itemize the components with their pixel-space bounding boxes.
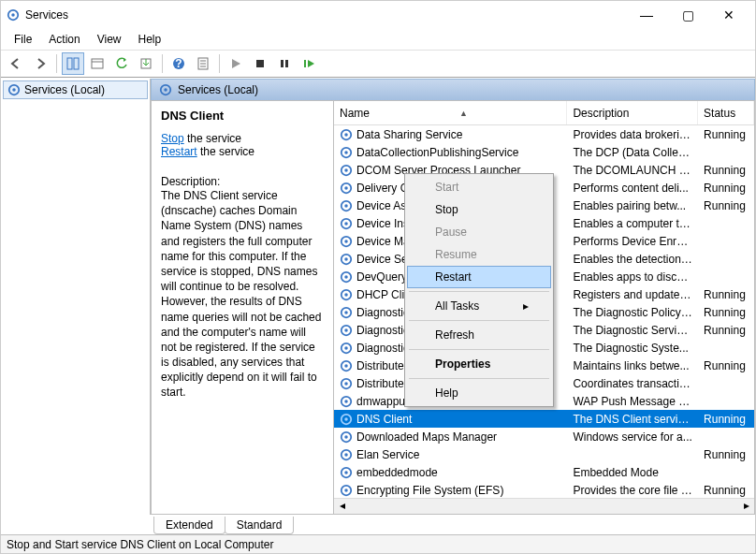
service-name: Diagnostic <box>356 324 409 337</box>
service-name: DataCollectionPublishingService <box>356 146 518 159</box>
gear-icon <box>340 306 353 319</box>
gear-icon <box>340 128 353 141</box>
svg-point-30 <box>344 204 348 208</box>
service-desc: The Diagnostic Syste... <box>567 342 698 355</box>
service-name: DNS Client <box>356 413 412 426</box>
menu-view[interactable]: View <box>90 31 129 48</box>
menu-file[interactable]: File <box>7 31 39 48</box>
selected-service-name: DNS Client <box>161 109 324 123</box>
properties-button[interactable] <box>192 52 214 75</box>
svg-point-22 <box>344 133 348 137</box>
svg-point-40 <box>344 293 348 297</box>
gear-icon <box>340 217 353 230</box>
stop-service-button[interactable] <box>249 52 271 75</box>
ctx-properties[interactable]: Properties <box>407 353 551 375</box>
help-button[interactable]: ? <box>167 52 190 75</box>
service-name: Elan Service <box>356 448 419 461</box>
svg-rect-15 <box>285 60 288 67</box>
table-row[interactable]: embeddedmodeEmbedded Mode <box>334 463 754 481</box>
menu-help[interactable]: Help <box>131 31 169 48</box>
service-desc: Coordinates transactio... <box>567 377 698 390</box>
table-row[interactable]: Data Sharing ServiceProvides data broker… <box>334 125 754 143</box>
description-label: Description: <box>161 175 324 188</box>
service-desc: The Diagnostic Policy ... <box>567 306 698 319</box>
detail-pane: DNS Client Stop the service Restart the … <box>152 101 334 514</box>
gear-icon <box>340 359 353 372</box>
ctx-resume: Resume <box>407 243 551 266</box>
export-list-button[interactable] <box>86 52 109 75</box>
pause-service-button[interactable] <box>273 52 296 75</box>
table-row[interactable]: Elan ServiceRunning <box>334 445 754 463</box>
service-desc: Windows service for a... <box>567 430 698 444</box>
view-tabs: Extended Standard <box>1 514 755 534</box>
svg-point-20 <box>164 88 167 92</box>
tab-extended[interactable]: Extended <box>153 517 225 534</box>
restart-link[interactable]: Restart <box>161 145 197 158</box>
ctx-stop[interactable]: Stop <box>407 198 551 221</box>
restart-service-button[interactable] <box>298 52 320 75</box>
stop-link[interactable]: Stop <box>161 132 184 145</box>
service-desc: Enables pairing betw... <box>567 199 698 212</box>
svg-point-32 <box>344 222 348 226</box>
minimize-button[interactable]: — <box>626 1 667 29</box>
toolbar: ? <box>1 50 755 78</box>
gear-icon <box>159 83 172 96</box>
ctx-help[interactable]: Help <box>407 382 551 404</box>
svg-point-28 <box>344 186 348 190</box>
list-header: Name▲ Description Status <box>334 101 754 125</box>
gear-icon <box>7 83 21 96</box>
svg-rect-13 <box>256 60 264 67</box>
svg-point-48 <box>344 364 348 368</box>
refresh-button[interactable] <box>110 52 133 75</box>
svg-point-34 <box>344 240 348 243</box>
gear-icon <box>340 342 353 355</box>
table-row[interactable]: DataCollectionPublishingServiceThe DCP (… <box>334 143 754 161</box>
export-button[interactable] <box>135 52 157 75</box>
menu-action[interactable]: Action <box>41 31 87 48</box>
close-button[interactable]: ✕ <box>708 1 749 29</box>
tab-standard[interactable]: Standard <box>225 517 295 534</box>
start-service-button[interactable] <box>225 52 247 75</box>
svg-text:?: ? <box>175 57 182 70</box>
table-row[interactable]: Downloaded Maps ManagerWindows service f… <box>334 428 754 445</box>
horizontal-scrollbar[interactable]: ◂▸ <box>334 498 754 514</box>
gear-icon <box>340 466 353 479</box>
gear-icon <box>340 430 353 444</box>
titlebar: Services — ▢ ✕ <box>1 1 755 29</box>
column-status[interactable]: Status <box>698 101 754 124</box>
maximize-button[interactable]: ▢ <box>667 1 708 29</box>
service-name: Device Set <box>356 253 411 266</box>
svg-point-62 <box>344 488 348 492</box>
panel-header: Services (Local) <box>151 79 755 100</box>
forward-button[interactable] <box>29 52 51 75</box>
ctx-refresh[interactable]: Refresh <box>407 324 551 346</box>
service-desc: Enables the detection, ... <box>567 253 698 266</box>
svg-point-46 <box>344 346 348 350</box>
column-name[interactable]: Name▲ <box>334 101 567 124</box>
svg-point-38 <box>344 275 348 279</box>
service-desc: The DCOMLAUNCH s... <box>567 164 698 177</box>
gear-icon <box>340 199 353 212</box>
status-text: Stop and Start service DNS Client on Loc… <box>7 538 273 551</box>
table-row[interactable]: DNS ClientThe DNS Client service...Runni… <box>334 410 754 428</box>
show-hide-tree-button[interactable] <box>62 52 84 75</box>
service-status: Running <box>698 164 754 177</box>
svg-point-52 <box>344 400 348 403</box>
service-desc: The Diagnostic Service... <box>567 324 698 337</box>
service-status: Running <box>698 306 754 319</box>
back-button[interactable] <box>5 52 27 75</box>
ctx-all-tasks[interactable]: All Tasks▸ <box>407 295 551 317</box>
service-name: DHCP Clie <box>356 288 411 301</box>
tree-item-label: Services (Local) <box>24 83 105 96</box>
service-status: Running <box>698 288 754 301</box>
service-name: DevQuery <box>356 270 407 284</box>
svg-point-54 <box>344 417 348 421</box>
ctx-pause: Pause <box>407 221 551 243</box>
tree-panel: Services (Local) <box>1 79 151 515</box>
svg-rect-2 <box>67 58 72 69</box>
ctx-restart[interactable]: Restart <box>407 266 551 288</box>
column-description[interactable]: Description <box>567 101 698 124</box>
tree-item-services-local[interactable]: Services (Local) <box>3 80 148 99</box>
service-desc: The DNS Client service... <box>567 413 698 426</box>
table-row[interactable]: Encrypting File System (EFS)Provides the… <box>334 481 754 498</box>
